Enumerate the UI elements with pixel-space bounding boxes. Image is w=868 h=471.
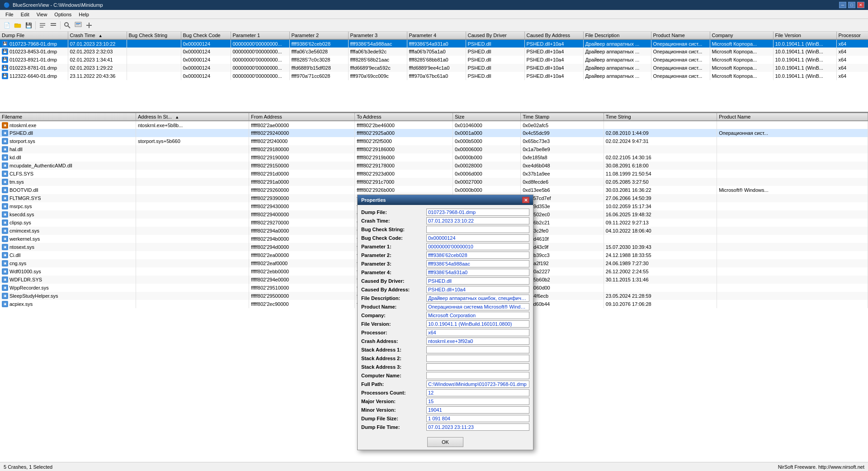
crash-table-row[interactable]: 💾 010223-8921-01.dmp02.01.2023 1:34:410x… [0, 56, 868, 64]
toolbar-btn-8[interactable] [84, 20, 94, 30]
processors-label: Processors Count: [361, 389, 425, 396]
dialog-title-bar: Properties ✕ [358, 195, 533, 205]
dump-file-label: Dump File: [361, 209, 425, 216]
driver-table-row[interactable]: ▣ hal.dllfffff802'29180000fffff802'29186… [0, 145, 868, 153]
col-time-stamp[interactable]: Time Stamp [521, 113, 604, 121]
crash-table-row[interactable]: 💾 010223-8453-01.dmp02.01.2023 2:32:030x… [0, 48, 868, 56]
toolbar-btn-5[interactable] [48, 20, 58, 30]
param3-label: Parameter 3: [361, 260, 425, 267]
driver-table-row[interactable]: ▣ storport.sysstorport.sys+5b660fffff802… [0, 137, 868, 145]
col-caused-address[interactable]: Caused By Address [524, 32, 583, 39]
menu-options[interactable]: Options [51, 11, 75, 18]
driver-table-row[interactable]: ▣ kd.dllfffff802'29190000fffff802'2919b0… [0, 153, 868, 162]
status-bar: 5 Crashes, 1 Selected NirSoft Freeware. … [0, 462, 868, 471]
file-desc-value: Драйвер аппаратных ошибок, специфичных д… [426, 295, 529, 302]
dump-time-value: 07.01.2023 23:11:23 [426, 423, 529, 431]
col-crash-time[interactable]: Crash Time ▲ [68, 32, 127, 39]
menu-view[interactable]: View [33, 11, 51, 18]
col-param3[interactable]: Parameter 3 [348, 32, 407, 39]
computer-name-label: Computer Name: [361, 372, 425, 379]
col-size[interactable]: Size [453, 113, 520, 121]
col-dump-file[interactable]: Dump File [0, 32, 68, 39]
window-controls: ─ □ ✕ [839, 2, 864, 8]
dialog-close-button[interactable]: ✕ [522, 197, 529, 203]
col-param2[interactable]: Parameter 2 [289, 32, 348, 39]
stack-addr2-value [426, 355, 529, 362]
maximize-button[interactable]: □ [848, 2, 855, 8]
svg-line-8 [68, 26, 70, 28]
crash-table-row[interactable]: 💾 112322-6640-01.dmp23.11.2022 20:43:360… [0, 72, 868, 80]
col-bug-check-string[interactable]: Bug Check String [127, 32, 181, 39]
driver-table-row[interactable]: ▣ ntoskrnl.exentoskrnl.exe+5b8b...fffff8… [0, 121, 868, 129]
menu-help[interactable]: Help [75, 11, 93, 18]
dump-size-value: 1 091 804 [426, 415, 529, 422]
processor-label: Processor: [361, 329, 425, 336]
toolbar-sep-2 [60, 21, 61, 29]
file-desc-label: File Description: [361, 295, 425, 302]
crash-table-row[interactable]: 💾 010723-7968-01.dmp07.01.2023 23:10:220… [0, 39, 868, 48]
col-address-in-st[interactable]: Address In St... ▲ [136, 113, 249, 121]
menu-file[interactable]: File [2, 11, 17, 18]
status-left: 5 Crashes, 1 Selected [4, 464, 52, 470]
toolbar: 📄 💾 [0, 19, 868, 32]
driver-table-row[interactable]: ▣ BOOTVID.dllfffff802'29260000fffff802'2… [0, 186, 868, 194]
driver-table-row[interactable]: ▣ PSHED.dllfffff802'29240000fffff802'292… [0, 129, 868, 137]
close-button[interactable]: ✕ [857, 2, 864, 8]
ok-button[interactable]: OK [427, 437, 463, 447]
svg-rect-2 [40, 23, 45, 24]
param2-value: ffff9386'62ceb028 [426, 252, 529, 259]
svg-rect-5 [51, 23, 56, 24]
caused-address-value: PSHED.dll+10a4 [426, 286, 529, 293]
col-from-address[interactable]: From Address [249, 113, 355, 121]
col-file-desc[interactable]: File Description [583, 32, 651, 39]
processor-value: x64 [426, 329, 529, 336]
stack-addr3-value [426, 363, 529, 371]
col-product-name-driver[interactable]: Product Name [717, 113, 868, 121]
col-file-version[interactable]: File Version [773, 32, 836, 39]
driver-table-row[interactable]: ▣ mcupdate_AuthenticAMD.dllfffff802'2915… [0, 162, 868, 170]
svg-rect-10 [76, 23, 80, 24]
major-version-value: 15 [426, 398, 529, 405]
col-param4[interactable]: Parameter 4 [407, 32, 466, 39]
col-to-address[interactable]: To Address [354, 113, 453, 121]
minimize-button[interactable]: ─ [839, 2, 846, 8]
driver-table-row[interactable]: ▣ CLFS.SYSfffff802'291d0000fffff802'2923… [0, 170, 868, 178]
stack-addr1-label: Stack Address 1: [361, 346, 425, 353]
crash-address-value: ntoskrnl.exe+3f92a0 [426, 338, 529, 345]
driver-table-row[interactable]: ▣ tm.sysfffff802'291a0000fffff802'291c70… [0, 178, 868, 186]
col-filename[interactable]: Filename [0, 113, 136, 121]
svg-rect-4 [40, 27, 43, 28]
properties-dialog[interactable]: Properties ✕ Dump File: 010723-7968-01.d… [357, 195, 533, 450]
col-time-string[interactable]: Time String [604, 113, 717, 121]
crash-table-row[interactable]: 💾 010223-8781-01.dmp02.01.2023 1:29:220x… [0, 64, 868, 72]
caused-driver-value: PSHED.dll [426, 277, 529, 285]
crash-list-container[interactable]: Dump File Crash Time ▲ Bug Check String … [0, 32, 868, 113]
bug-check-string-value [426, 226, 529, 233]
col-param1[interactable]: Parameter 1 [231, 32, 289, 39]
dialog-body: Dump File: 010723-7968-01.dmp Crash Time… [358, 205, 533, 434]
title-bar: 🔵 BlueScreenView - C:\Windows\Minidump ─… [0, 0, 868, 10]
caused-driver-label: Caused By Driver: [361, 277, 425, 285]
svg-rect-11 [76, 24, 79, 25]
crash-table: Dump File Crash Time ▲ Bug Check String … [0, 32, 868, 80]
col-product-name[interactable]: Product Name [651, 32, 710, 39]
param4-label: Parameter 4: [361, 269, 425, 276]
bug-check-code-value: 0x00000124 [426, 234, 529, 242]
toolbar-open[interactable] [13, 20, 23, 30]
toolbar-save[interactable]: 💾 [24, 20, 33, 30]
col-bug-check-code[interactable]: Bug Check Code [181, 32, 231, 39]
menu-edit[interactable]: Edit [17, 11, 33, 18]
toolbar-btn-6[interactable] [62, 20, 72, 30]
dialog-footer: OK [358, 434, 533, 450]
col-company[interactable]: Company [710, 32, 773, 39]
svg-point-7 [65, 23, 68, 26]
toolbar-btn-4[interactable] [38, 20, 47, 30]
param1-label: Parameter 1: [361, 243, 425, 250]
app-icon: 🔵 [4, 2, 10, 8]
toolbar-btn-7[interactable] [73, 20, 83, 30]
col-processor[interactable]: Processor [836, 32, 868, 39]
col-caused-driver[interactable]: Caused By Driver [466, 32, 524, 39]
driver-list-container[interactable]: Filename Address In St... ▲ From Address… [0, 113, 868, 462]
toolbar-new[interactable]: 📄 [2, 20, 12, 30]
param4-value: ffff9386'54a931a0 [426, 269, 529, 276]
